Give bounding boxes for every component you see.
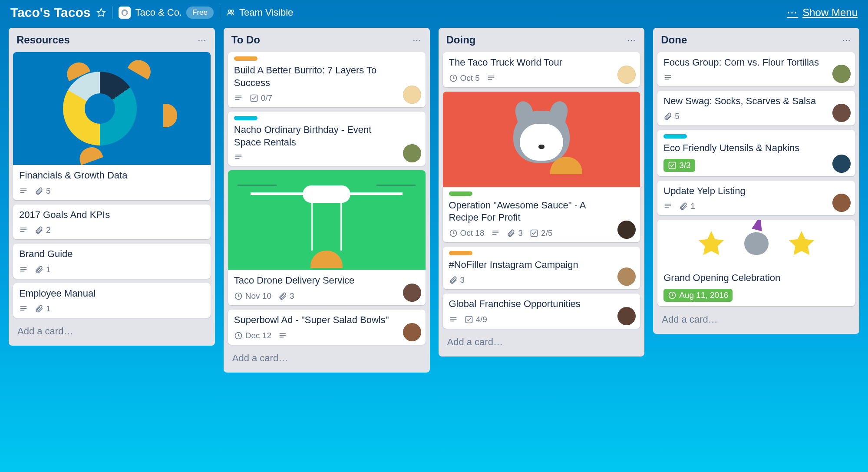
- attachments-badge: 5: [663, 112, 680, 121]
- card[interactable]: New Swag: Socks, Scarves & Salsa 5: [657, 91, 855, 126]
- card-title: Operation "Awesome Sauce" - A Recipe For…: [449, 199, 634, 224]
- attachments-badge: 1: [679, 201, 695, 211]
- card-labels: [234, 56, 419, 61]
- husky-party-icon: [739, 227, 773, 261]
- attachment-icon: [35, 187, 43, 195]
- star-icon: [786, 228, 817, 259]
- list-menu-button[interactable]: ⋯: [627, 35, 637, 45]
- card[interactable]: Nacho Ordinary Birthday - Event Space Re…: [228, 112, 426, 166]
- card-label-orange[interactable]: [234, 56, 257, 61]
- card[interactable]: Focus Group: Corn vs. Flour Tortillas: [657, 52, 855, 86]
- attachment-icon: [663, 112, 672, 121]
- card-label-blue[interactable]: [234, 116, 257, 120]
- card-title: 2017 Goals And KPIs: [19, 209, 205, 221]
- card-badges: [663, 73, 849, 82]
- card-cover: [657, 220, 855, 267]
- card[interactable]: Financials & Growth Data 5: [13, 52, 211, 200]
- team-button[interactable]: Taco & Co. Free: [119, 7, 214, 19]
- card-badges: 4/9: [449, 315, 634, 324]
- card[interactable]: Grand Opening Celebration Aug 11, 2016: [657, 220, 855, 306]
- add-card-button[interactable]: Add a card…: [443, 333, 640, 351]
- list-menu-button[interactable]: ⋯: [842, 35, 851, 45]
- card[interactable]: #NoFiller Instagram Campaign 3: [443, 247, 640, 290]
- checklist-badge: 0/7: [250, 93, 272, 103]
- description-badge: [487, 74, 495, 83]
- card-title: Taco Drone Delivery Service: [234, 274, 419, 287]
- member-avatar[interactable]: [403, 284, 421, 302]
- card[interactable]: Build A Better Burrito: 7 Layers To Succ…: [228, 52, 426, 107]
- card-cover: [228, 170, 426, 270]
- card-title: Nacho Ordinary Birthday - Event Space Re…: [234, 124, 419, 149]
- description-badge: [663, 73, 672, 82]
- description-badge: [663, 202, 672, 211]
- card[interactable]: Eco Friendly Utensils & Napkins 3/3: [657, 130, 855, 176]
- member-avatar[interactable]: [832, 65, 851, 83]
- description-badge: [278, 331, 287, 340]
- list-title[interactable]: Done: [661, 34, 687, 46]
- card[interactable]: Employee Manual 1: [13, 283, 211, 318]
- list-menu-button[interactable]: ⋯: [198, 35, 207, 45]
- due-badge: Dec 12: [234, 331, 271, 340]
- team-avatar-icon: [119, 7, 131, 19]
- description-icon: [278, 331, 287, 340]
- checklist-icon: [250, 94, 258, 102]
- member-avatar[interactable]: [832, 104, 851, 122]
- clock-icon: [449, 229, 458, 238]
- attachment-icon: [507, 229, 515, 238]
- card-badges: 1: [663, 201, 849, 211]
- member-avatar[interactable]: [403, 144, 421, 162]
- list-title[interactable]: To Do: [231, 34, 260, 46]
- attachments-badge: 3: [449, 275, 465, 285]
- list-header: Resources ⋯: [13, 32, 211, 48]
- card-badges: Oct 1832/5: [449, 228, 634, 238]
- member-avatar[interactable]: [617, 221, 636, 239]
- list: Resources ⋯ Financials & Growth Data 5 2…: [9, 28, 215, 346]
- card[interactable]: Global Franchise Opportunities 4/9: [443, 294, 640, 329]
- board-title[interactable]: Taco's Tacos: [10, 5, 90, 20]
- svg-point-4: [231, 10, 234, 12]
- add-card-button[interactable]: Add a card…: [657, 310, 855, 329]
- member-avatar[interactable]: [617, 307, 636, 325]
- card[interactable]: Superbowl Ad - "Super Salad Bowls" Dec 1…: [228, 310, 426, 345]
- list-menu-button[interactable]: ⋯: [413, 35, 422, 45]
- team-name: Taco & Co.: [135, 7, 182, 18]
- card[interactable]: Brand Guide 1: [13, 244, 211, 279]
- visibility-button[interactable]: Team Visible: [226, 7, 293, 18]
- member-avatar[interactable]: [403, 86, 421, 104]
- card-cover: [13, 52, 211, 165]
- card-title: Employee Manual: [19, 287, 205, 300]
- card[interactable]: 2017 Goals And KPIs 2: [13, 205, 211, 240]
- card-label-orange[interactable]: [449, 251, 472, 255]
- star-board-button[interactable]: [96, 8, 106, 17]
- show-menu-button[interactable]: ⋯ Show Menu: [787, 7, 858, 19]
- checklist-badge: 2/5: [530, 228, 552, 238]
- member-avatar[interactable]: [617, 66, 636, 84]
- card[interactable]: The Taco Truck World Tour Oct 5: [443, 52, 640, 87]
- description-icon: [491, 229, 500, 238]
- list-header: Done ⋯: [657, 32, 855, 48]
- description-badge: [19, 226, 28, 234]
- svg-point-2: [123, 11, 127, 15]
- card-label-blue[interactable]: [663, 134, 687, 139]
- list-title[interactable]: Doing: [446, 34, 476, 46]
- attachments-badge: 3: [507, 228, 523, 238]
- card-label-green[interactable]: [449, 191, 472, 196]
- card-title: New Swag: Socks, Scarves & Salsa: [663, 95, 849, 108]
- list-title[interactable]: Resources: [17, 34, 70, 46]
- clock-icon: [234, 331, 243, 340]
- card-title: Superbowl Ad - "Super Salad Bowls": [234, 314, 419, 327]
- card[interactable]: Taco Drone Delivery Service Nov 103: [228, 170, 426, 305]
- member-avatar[interactable]: [832, 155, 851, 173]
- card[interactable]: Operation "Awesome Sauce" - A Recipe For…: [443, 92, 640, 242]
- card-title: Build A Better Burrito: 7 Layers To Succ…: [234, 64, 419, 89]
- card[interactable]: Update Yelp Listing 1: [657, 181, 855, 216]
- star-icon: [696, 228, 726, 259]
- member-avatar[interactable]: [403, 323, 421, 341]
- add-card-button[interactable]: Add a card…: [13, 322, 211, 340]
- add-card-button[interactable]: Add a card…: [228, 349, 426, 367]
- description-icon: [19, 226, 28, 234]
- people-icon: [226, 8, 235, 17]
- plan-badge: Free: [186, 7, 214, 19]
- card-badges: 2: [19, 225, 205, 235]
- description-icon: [19, 265, 28, 274]
